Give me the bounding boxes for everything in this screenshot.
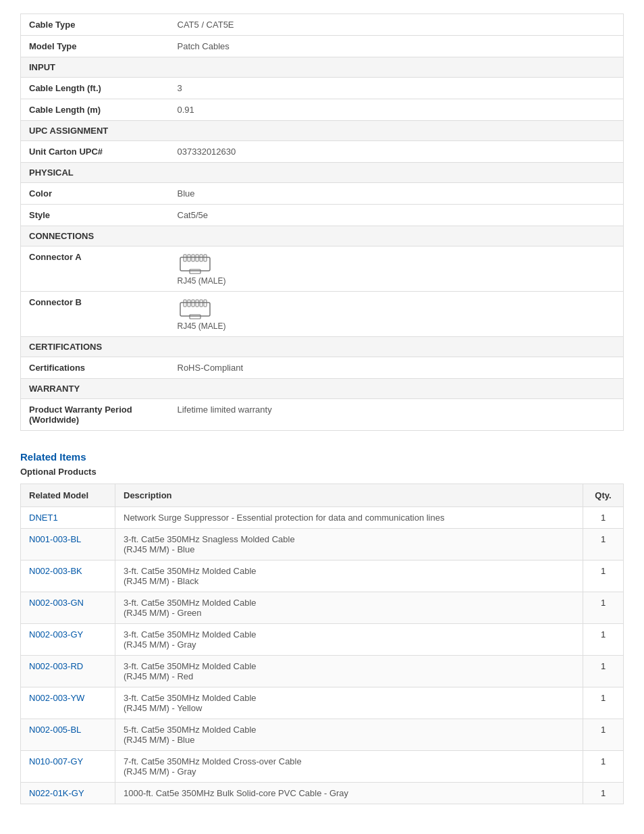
connector-icon: RJ45 (MALE) <box>178 252 616 286</box>
related-model-link[interactable]: N002-003-YW <box>29 693 84 703</box>
specs-section-header: PHYSICAL <box>21 163 624 183</box>
specs-data-row: Cable TypeCAT5 / CAT5E <box>21 14 624 36</box>
related-items-title: Related Items <box>20 451 624 463</box>
related-description: 3-ft. Cat5e 350MHz Snagless Molded Cable… <box>115 529 583 561</box>
svg-rect-8 <box>180 303 210 316</box>
connector-icon: RJ45 (MALE) <box>178 297 616 331</box>
rj45-svg <box>178 297 213 321</box>
specs-connector-row: Connector A RJ45 (MALE) <box>21 246 624 292</box>
specs-table: Cable TypeCAT5 / CAT5EModel TypePatch Ca… <box>20 14 624 431</box>
connector-label: RJ45 (MALE) <box>178 276 226 286</box>
related-items-table: Related Model Description Qty. DNET1Netw… <box>20 484 624 804</box>
svg-rect-12 <box>196 300 198 307</box>
svg-rect-3 <box>192 255 194 261</box>
optional-products-label: Optional Products <box>20 467 624 477</box>
related-qty: 1 <box>583 719 624 751</box>
svg-rect-9 <box>184 300 186 307</box>
related-model-link[interactable]: N002-003-GN <box>29 598 84 608</box>
related-table-row: N002-003-GY3-ft. Cat5e 350MHz Molded Cab… <box>21 624 624 656</box>
related-table-row: N001-003-BL3-ft. Cat5e 350MHz Snagless M… <box>21 529 624 561</box>
specs-section-header: CERTIFICATIONS <box>21 337 624 357</box>
related-table-row: DNET1Network Surge Suppressor - Essentia… <box>21 507 624 529</box>
svg-rect-13 <box>200 300 203 307</box>
related-model-link[interactable]: N002-003-BK <box>29 566 82 576</box>
related-description: Network Surge Suppressor - Essential pro… <box>115 507 583 529</box>
related-table-row: N002-003-GN3-ft. Cat5e 350MHz Molded Cab… <box>21 592 624 624</box>
related-model-link[interactable]: DNET1 <box>29 513 58 523</box>
related-qty: 1 <box>583 751 624 783</box>
specs-connector-row: Connector B RJ45 (MALE) <box>21 292 624 337</box>
related-qty: 1 <box>583 656 624 687</box>
related-model-link[interactable]: N001-003-BL <box>29 534 81 544</box>
connector-label: RJ45 (MALE) <box>178 321 226 331</box>
svg-rect-4 <box>196 255 198 261</box>
svg-rect-15 <box>190 315 200 319</box>
svg-rect-1 <box>184 255 186 261</box>
svg-rect-10 <box>188 300 190 307</box>
specs-data-row: CertificationsRoHS-Compliant <box>21 357 624 379</box>
related-description: 7-ft. Cat5e 350MHz Molded Cross-over Cab… <box>115 751 583 783</box>
specs-data-row: Cable Length (m)0.91 <box>21 99 624 121</box>
specs-data-row: Cable Length (ft.)3 <box>21 78 624 99</box>
specs-section-header: INPUT <box>21 57 624 78</box>
related-qty: 1 <box>583 592 624 624</box>
svg-rect-5 <box>200 255 203 261</box>
related-qty: 1 <box>583 561 624 592</box>
svg-rect-6 <box>204 255 207 261</box>
specs-section-header: CONNECTIONS <box>21 226 624 246</box>
related-table-row: N002-005-BL5-ft. Cat5e 350MHz Molded Cab… <box>21 719 624 751</box>
related-table-row: N010-007-GY7-ft. Cat5e 350MHz Molded Cro… <box>21 751 624 783</box>
related-description: 3-ft. Cat5e 350MHz Molded Cable(RJ45 M/M… <box>115 592 583 624</box>
related-description: 3-ft. Cat5e 350MHz Molded Cable(RJ45 M/M… <box>115 561 583 592</box>
related-qty: 1 <box>583 624 624 656</box>
related-model-link[interactable]: N002-003-RD <box>29 661 83 671</box>
related-model-link[interactable]: N010-007-GY <box>29 756 83 766</box>
col-header-description: Description <box>115 484 583 507</box>
related-qty: 1 <box>583 783 624 804</box>
specs-data-row: StyleCat5/5e <box>21 205 624 226</box>
col-header-model: Related Model <box>21 484 115 507</box>
related-qty: 1 <box>583 507 624 529</box>
svg-rect-2 <box>188 255 190 261</box>
related-description: 3-ft. Cat5e 350MHz Molded Cable(RJ45 M/M… <box>115 687 583 719</box>
specs-data-row: ColorBlue <box>21 183 624 205</box>
related-model-link[interactable]: N002-003-GY <box>29 629 83 640</box>
specs-section-header: WARRANTY <box>21 379 624 399</box>
svg-rect-14 <box>204 300 207 307</box>
related-qty: 1 <box>583 687 624 719</box>
svg-rect-0 <box>180 257 210 271</box>
related-table-row: N002-003-BK3-ft. Cat5e 350MHz Molded Cab… <box>21 561 624 592</box>
svg-rect-7 <box>190 269 200 273</box>
related-description: 3-ft. Cat5e 350MHz Molded Cable(RJ45 M/M… <box>115 624 583 656</box>
rj45-svg <box>178 252 213 276</box>
specs-data-row: Model TypePatch Cables <box>21 36 624 57</box>
related-description: 5-ft. Cat5e 350MHz Molded Cable(RJ45 M/M… <box>115 719 583 751</box>
specs-data-row: Product Warranty Period(Worldwide)Lifeti… <box>21 399 624 431</box>
related-table-row: N002-003-RD3-ft. Cat5e 350MHz Molded Cab… <box>21 656 624 687</box>
specs-data-row: Unit Carton UPC#037332012630 <box>21 141 624 163</box>
related-model-link[interactable]: N002-005-BL <box>29 725 81 735</box>
related-table-row: N002-003-YW3-ft. Cat5e 350MHz Molded Cab… <box>21 687 624 719</box>
svg-rect-11 <box>192 300 194 307</box>
col-header-qty: Qty. <box>583 484 624 507</box>
related-items-section: Related Items Optional Products Related … <box>20 451 624 804</box>
related-qty: 1 <box>583 529 624 561</box>
related-model-link[interactable]: N022-01K-GY <box>29 788 84 798</box>
related-description: 1000-ft. Cat5e 350MHz Bulk Solid-core PV… <box>115 783 583 804</box>
related-table-row: N022-01K-GY1000-ft. Cat5e 350MHz Bulk So… <box>21 783 624 804</box>
related-description: 3-ft. Cat5e 350MHz Molded Cable(RJ45 M/M… <box>115 656 583 687</box>
specs-section-header: UPC ASSIGNMENT <box>21 121 624 141</box>
